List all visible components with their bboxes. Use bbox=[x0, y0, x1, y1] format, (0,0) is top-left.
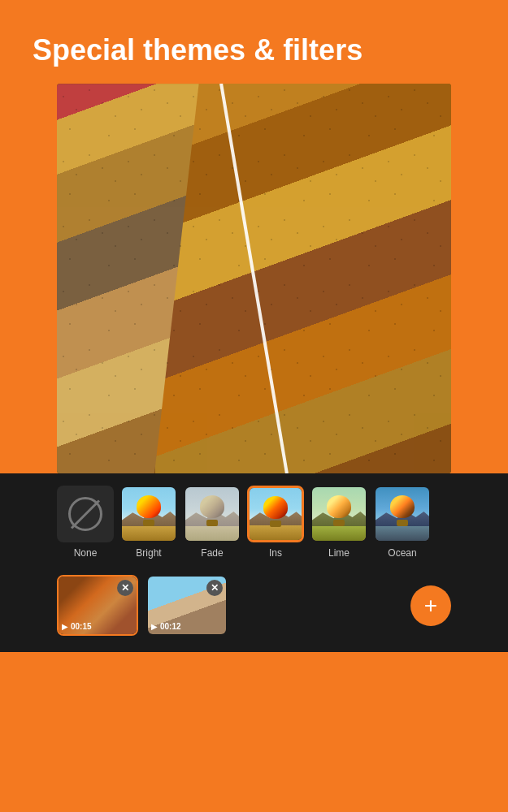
balloon-ground-lime bbox=[312, 526, 366, 541]
balloon-icon-fade bbox=[200, 495, 224, 526]
no-filter-icon bbox=[68, 497, 102, 531]
filter-label-none: None bbox=[74, 547, 98, 559]
balloon-basket-lime bbox=[333, 520, 345, 526]
clip-duration-2: 00:12 bbox=[160, 622, 181, 631]
filter-thumb-bright[interactable] bbox=[120, 486, 177, 542]
filter-bar: None Bright bbox=[0, 473, 508, 567]
balloon-basket-fade bbox=[206, 520, 218, 526]
balloon-scene-ins bbox=[250, 488, 302, 540]
balloon-icon-lime bbox=[327, 495, 351, 526]
no-filter-line bbox=[71, 499, 100, 529]
header: Special themes & filters bbox=[0, 0, 508, 84]
balloon-ground-fade bbox=[185, 526, 239, 541]
filter-thumb-fade[interactable] bbox=[184, 486, 241, 542]
plus-icon: + bbox=[424, 594, 437, 617]
pattern-overlay bbox=[57, 84, 451, 473]
balloon-basket-ocean bbox=[397, 520, 408, 526]
filter-thumb-none[interactable] bbox=[57, 486, 114, 542]
filter-thumb-lime[interactable] bbox=[310, 486, 367, 542]
balloon-ground-bright bbox=[122, 526, 176, 541]
balloon-basket-ins bbox=[270, 520, 281, 527]
page-title: Special themes & filters bbox=[33, 32, 475, 67]
balloon-basket-bright bbox=[143, 520, 154, 526]
balloon-body-fade bbox=[200, 495, 224, 518]
camera-icon-1: ▶ bbox=[62, 622, 68, 631]
filter-item-ins[interactable]: Ins bbox=[247, 486, 304, 559]
balloon-body-ocean bbox=[390, 495, 415, 518]
clip-video-info-2: ▶ 00:12 bbox=[151, 622, 181, 631]
close-icon-2: ✕ bbox=[211, 583, 219, 593]
filter-items-list: None Bright bbox=[0, 486, 508, 559]
balloon-scene-lime bbox=[312, 487, 366, 541]
balloon-body-bright bbox=[137, 495, 161, 518]
balloon-body-lime bbox=[327, 495, 351, 518]
filter-item-bright[interactable]: Bright bbox=[120, 486, 177, 559]
balloon-icon-ins bbox=[263, 496, 288, 527]
filter-item-ocean[interactable]: Ocean bbox=[374, 486, 431, 559]
filter-label-lime: Lime bbox=[328, 547, 350, 559]
filter-label-ocean: Ocean bbox=[388, 547, 416, 559]
clip-duration-1: 00:15 bbox=[71, 622, 92, 631]
balloon-ground-ocean bbox=[376, 526, 429, 541]
balloon-ground-ins bbox=[250, 525, 302, 540]
filter-thumb-ocean[interactable] bbox=[374, 486, 431, 542]
balloon-body-ins bbox=[263, 496, 288, 519]
clip-video-info-1: ▶ 00:15 bbox=[62, 622, 92, 631]
filter-label-ins: Ins bbox=[269, 547, 282, 559]
timeline-clip-1[interactable]: ✕ ▶ 00:15 bbox=[57, 575, 138, 636]
camera-icon-2: ▶ bbox=[151, 622, 158, 631]
main-image-container bbox=[57, 84, 451, 473]
food-image bbox=[57, 84, 451, 473]
timeline-bar: ✕ ▶ 00:15 ✕ ▶ 00:12 + bbox=[0, 567, 508, 652]
filter-item-fade[interactable]: Fade bbox=[184, 486, 241, 559]
filter-item-none[interactable]: None bbox=[57, 486, 114, 559]
filter-label-fade: Fade bbox=[201, 547, 223, 559]
balloon-icon-bright bbox=[137, 495, 161, 526]
filter-label-bright: Bright bbox=[136, 547, 161, 559]
add-clip-button[interactable]: + bbox=[410, 585, 451, 626]
balloon-scene-ocean bbox=[376, 487, 429, 541]
filter-item-lime[interactable]: Lime bbox=[310, 486, 367, 559]
filter-thumb-ins[interactable] bbox=[247, 486, 304, 542]
balloon-icon-ocean bbox=[390, 495, 415, 526]
close-icon-1: ✕ bbox=[121, 583, 129, 593]
timeline-clip-2[interactable]: ✕ ▶ 00:12 bbox=[146, 575, 228, 636]
balloon-scene-bright bbox=[122, 487, 176, 541]
balloon-scene-fade bbox=[185, 487, 239, 541]
